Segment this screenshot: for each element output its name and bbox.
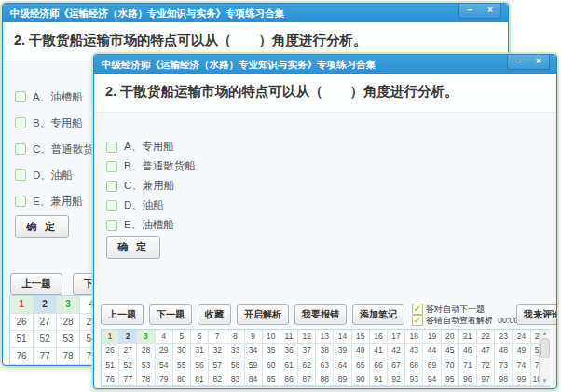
question-number-78[interactable]: 78: [57, 348, 80, 366]
question-number-98[interactable]: 98: [495, 372, 513, 386]
question-number-4[interactable]: 4: [156, 330, 173, 344]
question-number-11[interactable]: 11: [280, 330, 298, 344]
add-note-button[interactable]: 添加笔记: [352, 304, 404, 325]
minimize-icon[interactable]: –: [459, 4, 480, 18]
question-number-78[interactable]: 78: [137, 372, 155, 386]
question-number-51[interactable]: 51: [10, 331, 34, 348]
question-number-90[interactable]: 90: [352, 372, 370, 386]
next-question-button[interactable]: 下一题: [149, 304, 192, 325]
answer-option[interactable]: A、专用船: [106, 137, 551, 156]
scroll-down-icon[interactable]: ▼: [542, 377, 548, 385]
question-number-86[interactable]: 86: [280, 372, 298, 386]
prev-question-button[interactable]: 上一题: [10, 273, 62, 295]
close-icon[interactable]: ×: [528, 55, 549, 69]
question-number-76[interactable]: 76: [10, 348, 34, 366]
minimize-icon[interactable]: –: [508, 55, 528, 69]
favorite-button[interactable]: 收藏: [198, 304, 231, 325]
question-number-71[interactable]: 71: [459, 358, 477, 372]
question-number-66[interactable]: 66: [370, 358, 388, 372]
question-number-32[interactable]: 32: [209, 344, 226, 358]
question-number-20[interactable]: 20: [442, 330, 459, 344]
question-number-45[interactable]: 45: [442, 344, 459, 358]
question-number-95[interactable]: 95: [442, 372, 459, 386]
question-number-47[interactable]: 47: [477, 344, 495, 358]
question-number-97[interactable]: 97: [477, 372, 495, 386]
auto-analysis-option[interactable]: ✓ 答错自动查看解析 00:00:46: [412, 315, 511, 326]
question-number-37[interactable]: 37: [298, 344, 316, 358]
question-number-51[interactable]: 51: [102, 358, 119, 372]
question-number-21[interactable]: 21: [459, 330, 477, 344]
question-number-15[interactable]: 15: [352, 330, 370, 344]
option-checkbox[interactable]: [106, 181, 117, 192]
option-checkbox[interactable]: [15, 91, 26, 102]
question-number-27[interactable]: 27: [34, 314, 57, 331]
option-checkbox[interactable]: [106, 220, 117, 231]
question-number-52[interactable]: 52: [34, 331, 57, 348]
question-number-52[interactable]: 52: [119, 358, 137, 372]
question-number-69[interactable]: 69: [423, 358, 441, 372]
option-checkbox[interactable]: [106, 161, 117, 172]
question-number-85[interactable]: 85: [263, 372, 280, 386]
question-number-46[interactable]: 46: [459, 344, 477, 358]
question-number-77[interactable]: 77: [119, 372, 137, 386]
question-number-16[interactable]: 16: [370, 330, 388, 344]
question-number-28[interactable]: 28: [137, 344, 155, 358]
question-number-38[interactable]: 38: [316, 344, 334, 358]
titlebar[interactable]: 中级经济师《运输经济（水路）专业知识与实务》专项练习合集 – ×: [3, 4, 508, 22]
scroll-up-icon[interactable]: ▲: [542, 330, 548, 337]
question-number-82[interactable]: 82: [209, 372, 226, 386]
question-number-7[interactable]: 7: [209, 330, 226, 344]
question-number-79[interactable]: 79: [156, 372, 173, 386]
question-number-31[interactable]: 31: [191, 344, 209, 358]
question-number-92[interactable]: 92: [388, 372, 405, 386]
question-number-27[interactable]: 27: [119, 344, 137, 358]
question-number-74[interactable]: 74: [513, 358, 530, 372]
question-number-28[interactable]: 28: [57, 314, 80, 331]
question-number-57[interactable]: 57: [209, 358, 226, 372]
question-number-83[interactable]: 83: [226, 372, 244, 386]
question-number-13[interactable]: 13: [316, 330, 334, 344]
option-checkbox[interactable]: [15, 169, 26, 181]
question-number-58[interactable]: 58: [226, 358, 244, 372]
question-number-96[interactable]: 96: [459, 372, 477, 386]
question-number-30[interactable]: 30: [173, 344, 191, 358]
prev-question-button[interactable]: 上一题: [101, 304, 144, 325]
question-number-64[interactable]: 64: [334, 358, 351, 372]
question-number-88[interactable]: 88: [316, 372, 334, 386]
option-checkbox[interactable]: [15, 196, 26, 207]
confirm-button[interactable]: 确 定: [106, 236, 160, 259]
question-number-1[interactable]: 1: [102, 330, 119, 344]
question-number-5[interactable]: 5: [173, 330, 191, 344]
question-number-1[interactable]: 1: [10, 296, 34, 314]
question-number-12[interactable]: 12: [298, 330, 316, 344]
option-checkbox[interactable]: [15, 117, 26, 128]
question-number-87[interactable]: 87: [298, 372, 316, 386]
question-number-65[interactable]: 65: [352, 358, 370, 372]
question-number-91[interactable]: 91: [370, 372, 388, 386]
question-number-61[interactable]: 61: [280, 358, 298, 372]
question-number-3[interactable]: 3: [137, 330, 155, 344]
answer-option[interactable]: C、兼用船: [106, 176, 551, 196]
question-number-81[interactable]: 81: [191, 372, 209, 386]
question-number-33[interactable]: 33: [226, 344, 244, 358]
auto-next-option[interactable]: ✓ 答对自动下一题: [412, 304, 511, 315]
question-number-39[interactable]: 39: [334, 344, 351, 358]
question-number-22[interactable]: 22: [477, 330, 495, 344]
question-number-34[interactable]: 34: [245, 344, 263, 358]
question-number-59[interactable]: 59: [245, 358, 263, 372]
question-number-6[interactable]: 6: [191, 330, 209, 344]
question-number-26[interactable]: 26: [102, 344, 119, 358]
question-number-53[interactable]: 53: [137, 358, 155, 372]
question-number-70[interactable]: 70: [442, 358, 459, 372]
question-number-41[interactable]: 41: [370, 344, 388, 358]
question-number-62[interactable]: 62: [298, 358, 316, 372]
question-number-49[interactable]: 49: [513, 344, 530, 358]
close-icon[interactable]: ×: [480, 4, 500, 18]
question-number-43[interactable]: 43: [405, 344, 423, 358]
question-number-18[interactable]: 18: [405, 330, 423, 344]
question-number-80[interactable]: 80: [173, 372, 191, 386]
question-number-44[interactable]: 44: [423, 344, 441, 358]
question-number-2[interactable]: 2: [119, 330, 137, 344]
option-checkbox[interactable]: [106, 142, 117, 153]
question-number-84[interactable]: 84: [245, 372, 263, 386]
